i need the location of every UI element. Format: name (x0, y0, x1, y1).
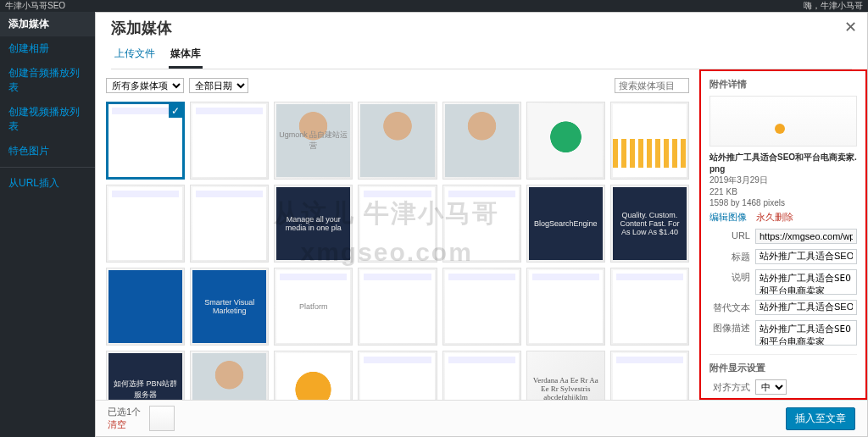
align-select[interactable]: 中 (755, 379, 787, 395)
attachment-thumb[interactable]: Verdana Aa Ee Rr Aa Ee Rr Sylvestris abc… (526, 351, 605, 400)
attachment-thumb[interactable]: Platform (274, 268, 353, 346)
attachment-thumb[interactable] (610, 351, 689, 400)
attachment-thumb[interactable]: Manage all your media in one pla (274, 185, 353, 263)
attachment-thumb[interactable]: Smarter Visual Marketing (190, 268, 269, 346)
title-label: 标题 (709, 249, 750, 263)
attachment-thumb[interactable]: 如何选择 PBN站群 服务器 (106, 351, 185, 400)
attachment-thumb[interactable] (190, 351, 269, 400)
media-tabs: 上传文件 媒体库 (111, 43, 852, 69)
url-input[interactable] (755, 229, 857, 244)
howdy: 嗨，牛津小马哥 (804, 0, 863, 12)
details-heading: 附件详情 (709, 78, 857, 91)
attachment-thumb[interactable] (526, 102, 605, 180)
attachment-filesize: 221 KB (709, 186, 857, 198)
attachment-thumb[interactable] (526, 268, 605, 346)
attachment-dimensions: 1598 by 1468 pixels (709, 197, 857, 209)
alt-label: 替代文本 (709, 300, 750, 314)
attachment-thumb[interactable] (358, 268, 437, 346)
menu-create-audio-playlist[interactable]: 创建音频播放列表 (0, 61, 95, 100)
clear-selection-link[interactable]: 清空 (108, 418, 141, 431)
search-input[interactable] (615, 78, 689, 93)
menu-create-video-playlist[interactable]: 创建视频播放列表 (0, 100, 95, 139)
attachment-thumb[interactable] (106, 185, 185, 263)
attachment-thumb[interactable] (190, 102, 269, 180)
caption-input[interactable]: 站外推广工具适合SEO和平台电商卖家 (755, 269, 857, 295)
attachment-thumb[interactable] (358, 102, 437, 180)
attachment-thumb[interactable]: Quality. Custom. Content Fast. For As Lo… (610, 185, 689, 263)
attachment-preview[interactable] (709, 96, 857, 147)
menu-featured-image[interactable]: 特色图片 (0, 139, 95, 163)
description-input[interactable]: 站外推广工具适合SEO和平台电商卖家 (755, 320, 857, 346)
menu-add-media[interactable]: 添加媒体 (0, 12, 95, 36)
media-modal: ✕ 添加媒体 上传文件 媒体库 所有多媒体项 全部日期 (95, 12, 868, 437)
attachment-thumb[interactable] (106, 268, 185, 346)
alt-input[interactable] (755, 300, 857, 315)
align-label: 对齐方式 (709, 379, 750, 394)
attachment-thumb[interactable] (274, 351, 353, 400)
display-settings-heading: 附件显示设置 (709, 362, 857, 374)
selection-info: 已选1个 清空 (108, 406, 175, 431)
close-icon[interactable]: ✕ (844, 18, 857, 36)
caption-label: 说明 (709, 269, 750, 284)
selected-count: 已选1个 (108, 406, 141, 418)
filter-type-select[interactable]: 所有多媒体项 (106, 78, 184, 93)
attachment-date: 2019年3月29日 (709, 174, 857, 186)
filter-date-select[interactable]: 全部日期 (189, 78, 248, 93)
url-label: URL (709, 229, 750, 241)
description-label: 图像描述 (709, 320, 750, 335)
attachment-thumb[interactable] (358, 351, 437, 400)
menu-insert-from-url[interactable]: 从URL插入 (0, 171, 95, 196)
attachment-thumb[interactable] (190, 185, 269, 263)
attachment-thumb[interactable] (442, 351, 521, 400)
attachment-thumb[interactable] (610, 102, 689, 180)
media-frame-menu: 添加媒体 创建相册 创建音频播放列表 创建视频播放列表 特色图片 从URL插入 (0, 12, 95, 437)
attachment-thumb[interactable] (442, 102, 521, 180)
title-input[interactable] (755, 249, 857, 264)
admin-bar: 牛津小马哥SEO 嗨，牛津小马哥 (0, 0, 868, 12)
attachment-thumb[interactable] (358, 185, 437, 263)
site-name: 牛津小马哥SEO (5, 0, 65, 12)
selection-thumb[interactable] (149, 406, 175, 431)
attachment-details-panel: 附件详情 站外推广工具适合SEO和平台电商卖家.png 2019年3月29日 2… (699, 69, 867, 400)
attachments-grid: Ugmonk 品自建站运营Manage all your media in on… (106, 102, 689, 400)
attachment-thumb[interactable]: BlogSearchEngine (526, 185, 605, 263)
edit-image-link[interactable]: 编辑图像 (709, 212, 747, 222)
tab-upload[interactable]: 上传文件 (113, 43, 157, 69)
attachment-filename: 站外推广工具适合SEO和平台电商卖家.png (709, 152, 857, 174)
menu-create-gallery[interactable]: 创建相册 (0, 36, 95, 61)
insert-button[interactable]: 插入至文章 (786, 407, 855, 430)
attachment-thumb[interactable] (442, 268, 521, 346)
delete-attachment-link[interactable]: 永久删除 (756, 212, 793, 222)
attachment-thumb[interactable] (610, 268, 689, 346)
attachment-thumb[interactable] (106, 102, 185, 180)
attachment-thumb[interactable]: Ugmonk 品自建站运营 (274, 102, 353, 180)
attachment-thumb[interactable] (442, 185, 521, 263)
tab-library[interactable]: 媒体库 (169, 43, 203, 69)
modal-title: 添加媒体 (111, 18, 852, 38)
